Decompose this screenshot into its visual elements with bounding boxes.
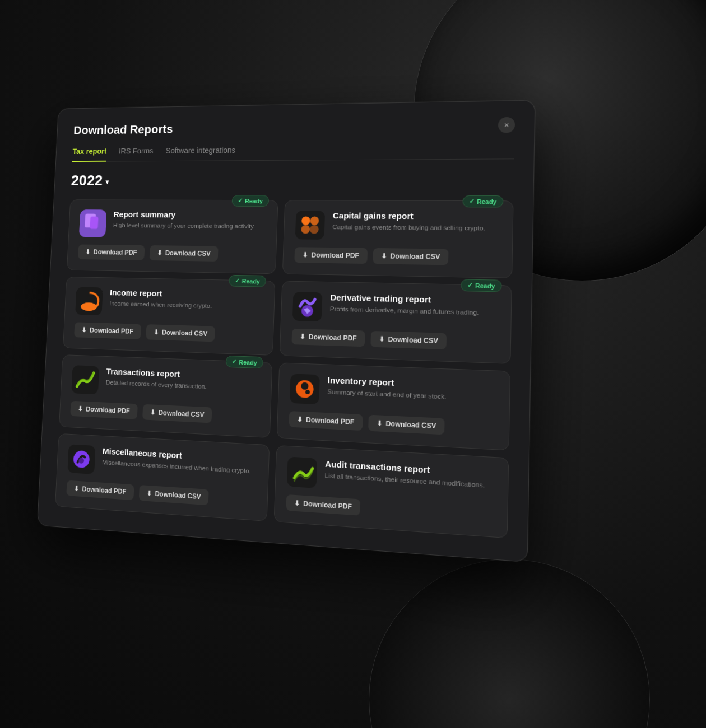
inventory-icon — [290, 374, 320, 404]
svg-point-5 — [310, 225, 319, 234]
ready-badge-capital: ✓ Ready — [462, 195, 503, 208]
download-csv-button[interactable]: ⬇ Download CSV — [146, 324, 215, 342]
download-icon: ⬇ — [381, 252, 387, 260]
card-info: Transactions report Detailed records of … — [105, 366, 261, 393]
download-csv-button[interactable]: ⬇ Download CSV — [149, 245, 218, 262]
check-icon: ✓ — [235, 277, 240, 284]
misc-icon — [67, 444, 95, 474]
card-info: Income report Income earned when receivi… — [109, 288, 263, 312]
download-pdf-button[interactable]: ⬇ Download PDF — [78, 244, 145, 260]
card-transactions: ✓ Ready Transactions report Detailed rec… — [59, 354, 272, 438]
year-value: 2022 — [71, 172, 103, 189]
check-icon: ✓ — [467, 282, 473, 290]
ready-badge-derivative: ✓ Ready — [461, 279, 501, 292]
download-icon: ⬇ — [77, 405, 83, 413]
download-icon: ⬇ — [297, 416, 303, 424]
card-actions: ⬇ Download PDF ⬇ Download CSV — [291, 329, 498, 351]
check-icon: ✓ — [238, 197, 243, 204]
transactions-icon — [71, 365, 99, 394]
svg-point-4 — [301, 225, 310, 234]
download-reports-modal: Download Reports × Tax report IRS Forms … — [37, 100, 535, 562]
card-report-summary: ✓ Ready Report summary High level summar… — [67, 199, 278, 274]
card-title: Report summary — [113, 209, 266, 220]
card-derivative: ✓ Ready Derivative trading report Profit… — [280, 281, 512, 363]
check-icon: ✓ — [231, 358, 236, 365]
card-info: Audit transactions report List all trans… — [324, 459, 496, 491]
ready-badge-income: ✓ Ready — [229, 275, 266, 287]
card-top: Report summary High level summary of you… — [79, 209, 266, 239]
download-pdf-button[interactable]: ⬇ Download PDF — [294, 247, 367, 264]
card-info: Inventory report Summary of start and en… — [327, 375, 498, 404]
card-info: Capital gains report Capital gains event… — [332, 211, 501, 233]
download-icon: ⬇ — [150, 408, 155, 416]
download-icon: ⬇ — [153, 328, 159, 336]
audit-icon — [287, 456, 317, 488]
card-top: Capital gains report Capital gains event… — [295, 211, 501, 241]
ready-badge-transactions: ✓ Ready — [226, 356, 263, 368]
card-desc: Capital gains events from buying and sel… — [332, 222, 500, 233]
card-actions: ⬇ Download PDF ⬇ Download CSV — [78, 244, 265, 262]
card-inventory: Inventory report Summary of start and en… — [277, 362, 510, 450]
capital-gains-icon — [295, 211, 325, 240]
download-csv-button[interactable]: ⬇ Download CSV — [142, 404, 212, 423]
svg-point-2 — [301, 216, 310, 225]
card-miscellaneous: Miscellaneous report Miscellaneous expen… — [55, 433, 270, 521]
card-title: Income report — [110, 288, 263, 301]
download-pdf-button[interactable]: ⬇ Download PDF — [291, 329, 365, 347]
svg-point-6 — [81, 302, 97, 311]
download-icon: ⬇ — [146, 489, 152, 498]
card-actions: ⬇ Download PDF ⬇ Download CSV — [289, 411, 496, 437]
download-icon: ⬇ — [302, 251, 308, 259]
card-actions: ⬇ Download PDF ⬇ Download CSV — [294, 247, 500, 265]
download-icon: ⬇ — [81, 326, 87, 334]
download-icon: ⬇ — [73, 484, 79, 492]
year-selector[interactable]: 2022 ▾ — [71, 171, 514, 189]
tab-tax-report[interactable]: Tax report — [72, 147, 107, 162]
card-top: Income report Income earned when receivi… — [75, 287, 263, 320]
card-title: Capital gains report — [333, 211, 501, 221]
download-pdf-button[interactable]: ⬇ Download PDF — [286, 494, 360, 516]
income-icon — [75, 287, 103, 315]
card-actions: ⬇ Download PDF ⬇ Download CSV — [66, 480, 256, 508]
card-top: Transactions report Detailed records of … — [71, 365, 261, 402]
download-icon: ⬇ — [157, 249, 162, 257]
download-icon: ⬇ — [85, 248, 91, 255]
download-csv-button[interactable]: ⬇ Download CSV — [368, 415, 445, 435]
card-desc: Profits from derivative, margin and futu… — [330, 304, 499, 318]
card-desc: Income earned when receiving crypto. — [109, 299, 263, 312]
download-csv-button[interactable]: ⬇ Download CSV — [370, 331, 447, 349]
modal-wrapper: Download Reports × Tax report IRS Forms … — [37, 100, 535, 562]
download-pdf-button[interactable]: ⬇ Download PDF — [70, 401, 137, 419]
close-button[interactable]: × — [498, 117, 515, 133]
svg-rect-1 — [90, 217, 98, 229]
card-top: Audit transactions report List all trans… — [287, 456, 496, 500]
tab-irs-forms[interactable]: IRS Forms — [118, 147, 154, 162]
modal-header: Download Reports × — [73, 117, 515, 138]
download-pdf-button[interactable]: ⬇ Download PDF — [289, 411, 363, 431]
card-desc: High level summary of your complete trad… — [113, 221, 266, 231]
download-icon: ⬇ — [379, 335, 385, 343]
reports-grid: ✓ Ready Report summary High level summar… — [55, 199, 514, 538]
tab-software-integrations[interactable]: Software integrations — [165, 146, 235, 161]
download-pdf-button[interactable]: ⬇ Download PDF — [74, 322, 141, 339]
card-actions: ⬇ Download PDF — [286, 494, 495, 525]
card-info: Derivative trading report Profits from d… — [330, 292, 499, 318]
card-actions: ⬇ Download PDF ⬇ Download CSV — [74, 322, 262, 343]
download-csv-button[interactable]: ⬇ Download CSV — [373, 248, 448, 265]
download-icon: ⬇ — [294, 499, 300, 507]
tabs-container: Tax report IRS Forms Software integratio… — [72, 143, 515, 162]
download-pdf-button[interactable]: ⬇ Download PDF — [66, 480, 134, 501]
card-top: Miscellaneous report Miscellaneous expen… — [67, 444, 257, 484]
card-top: Derivative trading report Profits from d… — [292, 292, 499, 326]
card-info: Miscellaneous report Miscellaneous expen… — [102, 446, 258, 476]
report-summary-icon — [79, 209, 107, 237]
download-csv-button[interactable]: ⬇ Download CSV — [138, 485, 208, 505]
check-icon: ✓ — [469, 198, 475, 205]
card-income: ✓ Ready Income report Income earned when… — [63, 277, 275, 356]
card-title: Derivative trading report — [330, 292, 499, 306]
card-actions: ⬇ Download PDF ⬇ Download CSV — [70, 401, 259, 426]
card-info: Report summary High level summary of you… — [113, 209, 267, 231]
modal-title: Download Reports — [73, 123, 173, 138]
download-icon: ⬇ — [377, 419, 383, 428]
chevron-down-icon: ▾ — [105, 178, 109, 186]
